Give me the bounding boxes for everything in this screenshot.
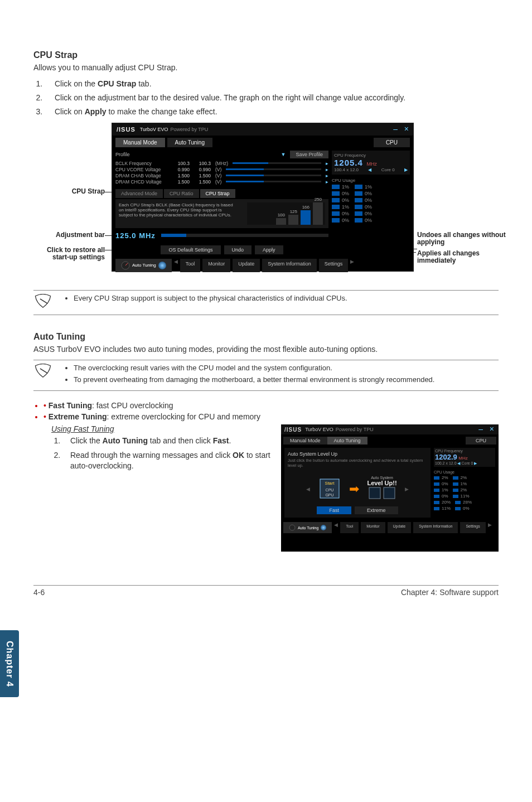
nav-settings[interactable]: Settings — [319, 259, 349, 272]
subtab-advanced[interactable]: Advanced Mode — [115, 189, 163, 198]
mini-freq-value: 1202.9 — [435, 453, 457, 461]
titlebar: /ISUS TurboV EVO Powered by TPU – × — [112, 123, 413, 136]
turbov-figure: CPU Strap Adjustment bar Click to restor… — [33, 123, 499, 279]
close-icon[interactable]: × — [404, 124, 409, 133]
svg-rect-5 — [369, 487, 380, 499]
mini-nav-auto[interactable]: Auto Tuning — [283, 522, 332, 533]
turbov-window: /ISUS TurboV EVO Powered by TPU – × Manu… — [112, 123, 414, 272]
callout-restore: Click to restore all start-up settings — [37, 247, 105, 262]
callout-undo: Undoes all changes without applying — [417, 231, 506, 247]
dram-chab-slider[interactable] — [226, 175, 321, 176]
feature-extreme: • Extreme Tuning: extreme overclocking f… — [43, 412, 499, 421]
svg-rect-6 — [384, 487, 395, 499]
auto-tuning-title: Auto Tuning — [33, 332, 499, 342]
cpu-pill[interactable]: CPU — [374, 138, 410, 147]
note-single-text: Every CPU Strap support is subject to th… — [74, 294, 499, 303]
save-profile-button[interactable]: Save Profile — [290, 151, 328, 158]
cpu-frequency-value: 1205.4 — [334, 158, 363, 167]
apply-button[interactable]: Apply — [255, 245, 283, 254]
page-footer: 4-6 Chapter 4: Software support — [33, 585, 499, 597]
nav-tool[interactable]: Tool — [180, 259, 201, 272]
note-multi: The overclocking result varies with the … — [33, 360, 499, 391]
vcore-slider[interactable] — [226, 168, 321, 170]
gear-icon — [158, 262, 166, 269]
cpu-usage-grid: 1%1%0%0%0%0%1%0%0%0%0%0% — [332, 184, 410, 223]
using-fast-heading: Using Fast Tuning — [51, 424, 271, 433]
note-icon — [33, 364, 52, 381]
cpu-strap-title: CPU Strap — [33, 50, 499, 60]
os-default-button[interactable]: OS Default Settings — [161, 245, 220, 254]
fast-step-1: Click the Auto Tuning tab and then click… — [62, 436, 271, 446]
mini-nav-monitor[interactable]: Monitor — [361, 522, 385, 533]
mini-sub: Just click the button to automate overcl… — [288, 458, 427, 468]
fast-step-2: Read through the warning messages and cl… — [62, 450, 271, 470]
feature-list: • Fast Tuning: fast CPU overclocking • E… — [33, 401, 499, 421]
svg-text:CPU: CPU — [326, 488, 334, 492]
nav-update[interactable]: Update — [233, 259, 260, 272]
undo-button[interactable]: Undo — [224, 245, 252, 254]
gear-icon — [321, 525, 326, 530]
mini-cpu-pill[interactable]: CPU — [466, 437, 496, 445]
mini-usage-grid: 2%2%0%1%1%2%0%11%20%28%11%0% — [434, 475, 495, 511]
tab-manual-mode[interactable]: Manual Mode — [115, 138, 165, 147]
svg-text:GPU: GPU — [326, 493, 334, 497]
extreme-button[interactable]: Extreme — [355, 506, 398, 514]
svg-point-7 — [289, 525, 295, 530]
mini-head: Auto System Level Up — [288, 451, 427, 457]
note-item: The overclocking result varies with the … — [74, 364, 499, 373]
subtab-cpu-strap[interactable]: CPU Strap — [200, 189, 235, 198]
levelup-icon — [368, 486, 396, 501]
nav-sysinfo[interactable]: System Information — [262, 259, 317, 272]
cpu-strap-intro: Allows you to manually adjust CPU Strap. — [33, 62, 499, 73]
callout-adjustment-bar: Adjustment bar — [42, 231, 105, 239]
mini-nav-update[interactable]: Update — [388, 522, 412, 533]
profile-label: Profile — [115, 152, 130, 157]
cpu-strap-desc: Each CPU Strap's BCLK (Base Clock) frequ… — [119, 202, 236, 225]
mini-nav-sysinfo[interactable]: System Information — [413, 522, 458, 533]
note-item: To prevent overheating from damaging the… — [74, 375, 499, 385]
chapter-label: Chapter 4: Software support — [401, 588, 499, 597]
svg-text:Start: Start — [325, 481, 335, 486]
dram-chcd-slider[interactable] — [226, 181, 321, 182]
page-number: 4-6 — [33, 588, 45, 597]
tab-auto-tuning[interactable]: Auto Tuning — [167, 138, 212, 147]
mini-nav-settings[interactable]: Settings — [460, 522, 485, 533]
fast-button[interactable]: Fast — [317, 506, 351, 514]
minimize-icon[interactable]: – — [393, 124, 398, 133]
note-icon — [33, 294, 52, 311]
level-up-label: Level Up!! — [367, 480, 396, 486]
nav-auto-tuning[interactable]: Auto Tuning — [115, 259, 172, 272]
note-single: Every CPU Strap support is subject to th… — [33, 290, 499, 315]
bclk-slider[interactable] — [233, 162, 321, 164]
start-badge[interactable]: StartCPUGPU — [318, 477, 341, 501]
cpu-gpu-icon: StartCPUGPU — [318, 477, 341, 500]
callout-apply: Applies all changes immediately — [417, 250, 506, 265]
minimize-icon[interactable]: – — [478, 424, 483, 433]
step-1: Click on the CPU Strap tab. — [45, 79, 499, 89]
auto-tuning-intro: ASUS TurboV EVO includes two auto tuning… — [33, 344, 499, 355]
dial-icon — [289, 524, 296, 531]
step-3: Click on Apply to make the change take e… — [45, 107, 499, 117]
adjustment-value: 125.0 MHz — [115, 231, 156, 240]
mini-tab-manual[interactable]: Manual Mode — [283, 437, 327, 445]
dial-icon — [121, 261, 130, 270]
feature-fast: • Fast Tuning: fast CPU overclocking — [43, 401, 499, 410]
strap-graph: 250 166 125 100 — [247, 202, 325, 225]
mini-tab-auto[interactable]: Auto Tuning — [327, 437, 367, 445]
step-2: Click on the adjustment bar to the desir… — [45, 93, 499, 103]
arrow-icon: ➡ — [349, 482, 359, 496]
mini-nav-tool[interactable]: Tool — [340, 522, 359, 533]
subtab-cpu-ratio[interactable]: CPU Ratio — [164, 189, 199, 198]
auto-tuning-window: /ISUS TurboV EVO Powered by TPU – × Manu… — [281, 424, 499, 552]
callout-cpu-strap: CPU Strap — [55, 187, 105, 195]
adjustment-bar[interactable] — [161, 234, 328, 237]
nav-monitor[interactable]: Monitor — [202, 259, 230, 272]
cpu-strap-steps: Click on the CPU Strap tab. Click on the… — [33, 79, 499, 117]
close-icon[interactable]: × — [490, 424, 494, 433]
